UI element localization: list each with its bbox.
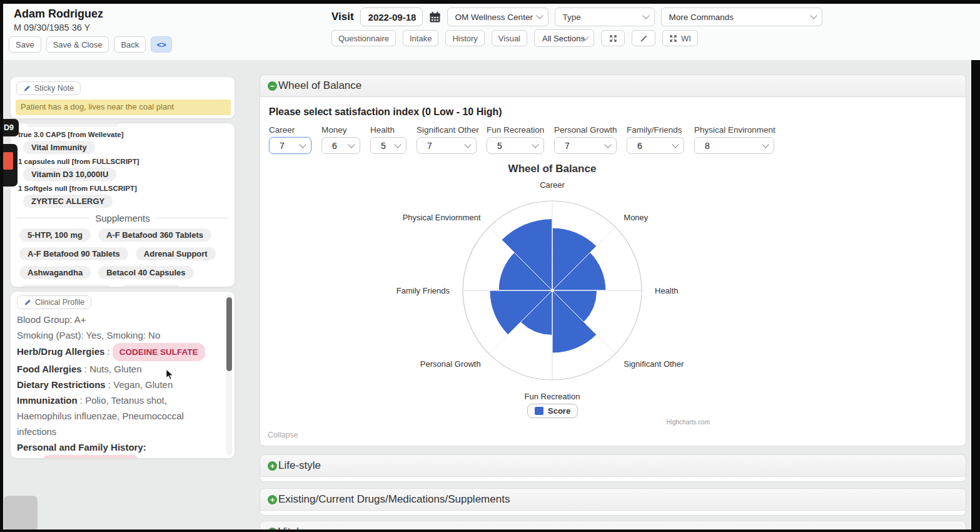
clinical-alert-pill: Chemical Sensitivity, bbox=[42, 455, 139, 459]
clinical-profile-label: Dietary Restrictions bbox=[17, 379, 106, 390]
clinical-profile-line: Blood Group: A+ bbox=[17, 312, 218, 327]
section-header-existing-current-drugs-medications-supplements[interactable]: +Existing/Current Drugs/Medications/Supp… bbox=[260, 488, 966, 511]
all-sections-dropdown[interactable]: All Sections bbox=[534, 29, 594, 47]
selector-money: Money6 bbox=[321, 125, 360, 154]
selector-significant-other: Significant Other7 bbox=[417, 125, 477, 154]
clinical-profile-value: : Nuts, Gluten bbox=[82, 364, 142, 374]
supplement-pill[interactable]: Betacol 40 Capsules bbox=[98, 266, 193, 279]
medication-detail-text: true 3.0 CAPS [from Wellevate] bbox=[18, 131, 228, 138]
collapse-link[interactable]: Collapse bbox=[268, 431, 298, 439]
clinical-profile-card: Clinical Profile Blood Group: A+Smoking … bbox=[10, 291, 235, 459]
clinical-profile-line: Immunization : Polio, Tetanus shot, Haem… bbox=[17, 392, 218, 439]
selector-value: 7 bbox=[280, 141, 285, 151]
legend-label: Score bbox=[548, 406, 570, 416]
medication-pill[interactable]: ZYRTEC ALLERGY bbox=[23, 195, 113, 208]
calendar-icon[interactable] bbox=[429, 11, 441, 23]
annotate-button[interactable] bbox=[632, 30, 655, 46]
supplement-pill[interactable]: A-F Betafood 360 Tablets bbox=[98, 228, 211, 242]
pencil-icon bbox=[23, 84, 31, 92]
frame-edge-right bbox=[971, 60, 980, 532]
selector-dropdown[interactable]: 7 bbox=[554, 137, 617, 154]
back-button[interactable]: Back bbox=[114, 36, 146, 53]
chart-category-label: Career bbox=[540, 180, 565, 190]
selector-value: 7 bbox=[427, 141, 432, 151]
clipped-pill-fragment bbox=[26, 123, 119, 127]
selector-dropdown[interactable]: 6 bbox=[321, 137, 360, 154]
selector-physical-environment: Physical Environment8 bbox=[694, 125, 774, 154]
chart-title: Wheel of Balance bbox=[508, 163, 597, 175]
expand-section-icon[interactable]: + bbox=[268, 461, 277, 471]
selector-dropdown[interactable]: 6 bbox=[627, 137, 684, 154]
chart-category-label: Fun Recreation bbox=[525, 392, 580, 401]
selector-value: 6 bbox=[637, 141, 642, 151]
code-toggle-button[interactable]: <> bbox=[151, 36, 172, 53]
medication-pill[interactable]: Vitamin D3 10,000IU bbox=[23, 168, 116, 181]
medication-pill[interactable]: Vital Immunity bbox=[23, 141, 95, 154]
clinical-profile-label: Immunization bbox=[17, 395, 78, 406]
selector-dropdown[interactable]: 8 bbox=[694, 137, 774, 154]
polar-chart-svg: Wheel of BalanceCareerMoneyHealthSignifi… bbox=[365, 160, 740, 435]
selector-dropdown[interactable]: 7 bbox=[269, 137, 311, 154]
selector-dropdown[interactable]: 5 bbox=[487, 137, 544, 154]
wheel-of-balance-section-header[interactable]: − Wheel of Balance bbox=[260, 74, 966, 97]
quick-button-questionnaire[interactable]: Questionnaire bbox=[331, 30, 396, 46]
medication-pill-row: Vital Immunity bbox=[23, 141, 228, 154]
clinical-profile-button[interactable]: Clinical Profile bbox=[17, 295, 91, 309]
save-and-close-button[interactable]: Save & Close bbox=[46, 36, 109, 53]
supplement-pill[interactable]: Adrenal Support bbox=[136, 247, 216, 260]
expand-section-icon[interactable]: + bbox=[268, 495, 277, 504]
sticky-note-button[interactable]: Sticky Note bbox=[16, 81, 81, 95]
supplement-pill[interactable]: 5-HTP, 100 mg bbox=[19, 228, 91, 242]
section-header-life-style[interactable]: +Life-style bbox=[260, 454, 966, 477]
type-dropdown[interactable]: Type bbox=[555, 8, 655, 26]
selector-label: Career bbox=[269, 125, 311, 135]
supplement-pill[interactable]: Betaine HCl bbox=[120, 285, 182, 287]
clinical-profile-button-label: Clinical Profile bbox=[35, 298, 84, 307]
clinical-profile-label: Herb/Drug Allergies bbox=[17, 346, 104, 357]
clinical-profile-scrollbar-track[interactable] bbox=[226, 294, 232, 456]
clinical-profile-value: : bbox=[104, 346, 113, 357]
wheel-chart: Wheel of BalanceCareerMoneyHealthSignifi… bbox=[365, 160, 740, 435]
collapse-section-icon[interactable]: − bbox=[268, 81, 277, 91]
satisfaction-selectors: Career7Money6Health5Significant Other7Fu… bbox=[269, 125, 774, 154]
visit-date-input[interactable] bbox=[360, 8, 423, 26]
more-commands-value: More Commands bbox=[669, 13, 734, 22]
selector-dropdown[interactable]: 5 bbox=[370, 137, 407, 154]
selector-value: 7 bbox=[565, 141, 570, 151]
patient-actions: Save Save & Close Back <> bbox=[9, 36, 172, 53]
medication-detail-text: 1 capsules null [from FULLSCRIPT] bbox=[18, 158, 228, 165]
selector-label: Health bbox=[370, 125, 407, 135]
selector-dropdown[interactable]: 7 bbox=[417, 137, 477, 154]
quick-button-history[interactable]: History bbox=[445, 30, 484, 46]
chart-category-label: Health bbox=[655, 286, 679, 295]
selector-label: Physical Environment bbox=[694, 125, 774, 135]
type-dropdown-value: Type bbox=[563, 13, 581, 22]
section-panel-edge bbox=[260, 477, 966, 482]
save-button[interactable]: Save bbox=[9, 36, 41, 53]
selector-label: Significant Other bbox=[417, 125, 477, 135]
clinical-profile-label: Personal and Family History: bbox=[17, 442, 146, 453]
floating-widget-button[interactable] bbox=[4, 496, 38, 532]
quick-button-visual[interactable]: Visual bbox=[492, 30, 527, 46]
chart-legend[interactable]: Score bbox=[527, 404, 578, 418]
clinical-profile-scrollbar-thumb[interactable] bbox=[226, 297, 232, 371]
mouse-cursor bbox=[164, 369, 175, 383]
selector-label: Personal Growth bbox=[554, 125, 617, 135]
supplement-pill[interactable]: Betafood 90 Tablets bbox=[19, 285, 113, 287]
all-sections-value: All Sections bbox=[542, 34, 585, 43]
supplement-pill[interactable]: A-F Betafood 90 Tablets bbox=[19, 247, 128, 260]
clinical-profile-value: : Vegan, Gluten bbox=[106, 379, 173, 390]
more-commands-dropdown[interactable]: More Commands bbox=[661, 8, 822, 26]
expand-fullscreen-button[interactable] bbox=[601, 30, 625, 46]
supplements-divider: Supplements bbox=[17, 213, 228, 223]
selector-label: Fun Recreation bbox=[487, 125, 544, 135]
quick-button-intake[interactable]: Intake bbox=[403, 30, 438, 46]
highcharts-credit[interactable]: Highcharts.com bbox=[638, 419, 710, 426]
selector-family-friends: Family/Friends6 bbox=[627, 125, 684, 154]
section-title: Life-style bbox=[278, 459, 321, 472]
supplement-pill[interactable]: Ashwagandha bbox=[19, 266, 91, 279]
wi-expand-button[interactable]: WI bbox=[662, 30, 698, 46]
frame-edge-bottom bbox=[0, 529, 980, 532]
sticky-note-button-label: Sticky Note bbox=[34, 84, 74, 93]
clinic-dropdown[interactable]: OM Wellness Center bbox=[447, 8, 548, 26]
